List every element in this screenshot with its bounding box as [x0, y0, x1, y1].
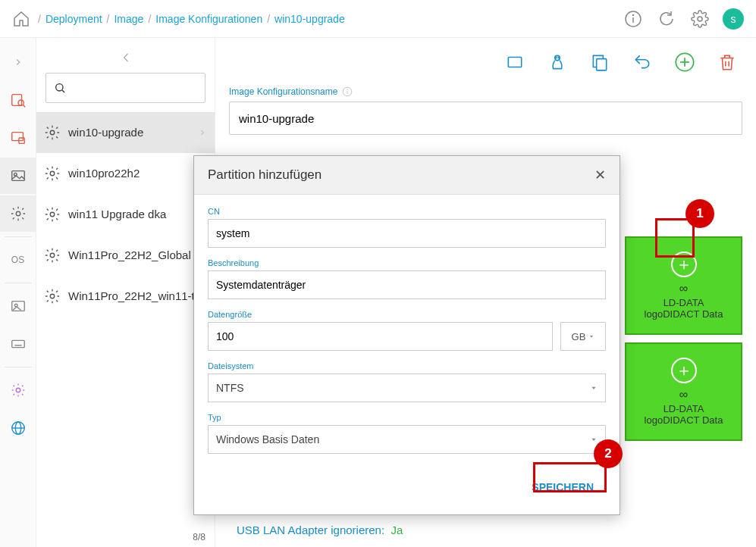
delete-icon[interactable] [717, 52, 738, 73]
gear-icon [44, 124, 61, 141]
svg-point-20 [16, 388, 20, 392]
copy-icon[interactable] [589, 52, 610, 73]
partition-modal: Partition hinzufügen ✕ CN Beschreibung D… [193, 155, 620, 515]
svg-point-27 [50, 171, 55, 176]
callout-1: 1 [685, 199, 714, 228]
size-label: Datengröße [208, 310, 606, 319]
svg-marker-49 [592, 387, 596, 389]
crumb-image-konfig[interactable]: Image Konfigurationen [155, 13, 262, 25]
type-select[interactable]: Windows Basis Daten [208, 425, 606, 454]
config-sidebar: win10-upgrade win10pro22h2 win11 Upgrade… [36, 38, 215, 547]
partition-name: LD-DATA [663, 297, 704, 308]
page-indicator: 8/8 [193, 532, 205, 542]
close-icon[interactable]: ✕ [594, 167, 606, 183]
config-item-label: win10pro22h2 [68, 166, 140, 181]
config-item-label: win11 Upgrade dka [68, 207, 166, 222]
info-icon [342, 86, 353, 97]
desc-label: Beschreibung [208, 258, 606, 267]
rail-os[interactable]: OS [0, 242, 36, 278]
svg-point-30 [50, 294, 55, 299]
add-icon[interactable] [674, 52, 695, 73]
config-item-label: Win11Pro_22H2_win11-ta [68, 289, 201, 304]
chevron-right-icon [198, 128, 207, 137]
cn-input[interactable] [208, 219, 606, 248]
svg-point-3 [698, 17, 702, 21]
partition-desc: logoDIDACT Data [645, 414, 723, 426]
rail-keyboard-icon[interactable] [0, 326, 36, 362]
gear-icon [44, 206, 61, 223]
rail-gear-purple-icon[interactable] [0, 372, 36, 408]
svg-rect-39 [597, 59, 607, 70]
svg-point-2 [633, 14, 634, 15]
partition-card-2[interactable]: ＋ ∞ LD-DATA logoDIDACT Data [625, 342, 742, 441]
svg-line-6 [23, 105, 25, 107]
nav-rail: OS [0, 38, 36, 547]
undo-icon[interactable] [632, 52, 653, 73]
rail-expand[interactable] [0, 44, 36, 80]
modal-title: Partition hinzufügen [208, 167, 322, 183]
svg-point-26 [50, 130, 55, 135]
config-name-input[interactable] [229, 102, 742, 135]
plus-icon[interactable]: ＋ [671, 252, 697, 277]
network-icon[interactable] [504, 52, 525, 73]
infinity-icon: ∞ [679, 282, 688, 295]
rail-picture-icon[interactable] [0, 288, 36, 324]
callout-2: 2 [594, 439, 623, 468]
svg-rect-9 [11, 171, 24, 181]
settings-icon[interactable] [689, 8, 711, 30]
partition-name: LD-DATA [663, 403, 704, 414]
rail-globe-icon[interactable] [0, 410, 36, 446]
svg-point-24 [56, 84, 63, 91]
gear-icon [44, 288, 61, 305]
config-item-win10pro22h2[interactable]: win10pro22h2 [36, 153, 215, 194]
svg-point-5 [18, 100, 24, 105]
rail-config-icon[interactable] [0, 195, 36, 232]
desc-input[interactable] [208, 270, 606, 299]
save-button[interactable]: SPEICHERN [519, 474, 606, 501]
svg-marker-50 [592, 439, 596, 441]
size-unit-select[interactable]: GB [560, 322, 606, 351]
svg-rect-7 [11, 133, 23, 141]
crumb-current[interactable]: win10-upgrade [274, 13, 345, 25]
gear-icon [44, 247, 61, 264]
rail-search-icon[interactable] [0, 82, 36, 118]
cn-label: CN [208, 207, 606, 216]
back-icon[interactable] [118, 50, 133, 65]
refresh-icon[interactable] [656, 8, 677, 30]
home-icon[interactable] [12, 10, 30, 28]
svg-point-47 [347, 89, 348, 90]
linux-icon[interactable] [547, 52, 568, 73]
config-item-win10-upgrade[interactable]: win10-upgrade [36, 112, 215, 153]
search-input[interactable] [45, 73, 205, 103]
size-input[interactable] [208, 322, 553, 351]
config-item-label: win10-upgrade [68, 125, 143, 140]
config-item-label: Win11Pro_22H2_Global [68, 248, 191, 263]
crumb-deployment[interactable]: Deployment [45, 13, 102, 25]
gear-icon [44, 165, 61, 182]
svg-point-11 [16, 211, 20, 216]
usb-lan-setting: USB LAN Adapter ignorieren: Ja [237, 524, 403, 536]
crumb-image[interactable]: Image [114, 13, 143, 25]
infinity-icon: ∞ [679, 388, 688, 402]
fs-select[interactable]: NTFS [208, 374, 606, 402]
svg-line-25 [62, 90, 64, 92]
svg-rect-14 [11, 340, 24, 347]
partition-card-1[interactable]: ＋ ∞ LD-DATA logoDIDACT Data [625, 236, 742, 335]
config-item-win11pro-ta[interactable]: Win11Pro_22H2_win11-ta [36, 276, 215, 317]
plus-icon[interactable]: ＋ [671, 358, 697, 383]
svg-marker-48 [590, 336, 593, 338]
rail-monitor-icon[interactable] [0, 120, 36, 156]
breadcrumb: / Deployment / Image / Image Konfigurati… [38, 13, 345, 25]
svg-rect-31 [508, 58, 521, 67]
rail-image-icon[interactable] [0, 158, 36, 194]
svg-point-38 [558, 58, 559, 58]
svg-point-29 [50, 253, 55, 258]
info-icon[interactable] [623, 8, 644, 30]
name-field-label: Image Konfigurationsname [229, 86, 742, 97]
fs-label: Dateisystem [208, 361, 606, 370]
config-item-win11pro-global[interactable]: Win11Pro_22H2_Global [36, 235, 215, 276]
avatar[interactable]: s [723, 8, 744, 30]
svg-point-37 [556, 58, 557, 58]
partition-desc: logoDIDACT Data [645, 308, 723, 320]
config-item-win11-upgrade-dka[interactable]: win11 Upgrade dka [36, 194, 215, 235]
